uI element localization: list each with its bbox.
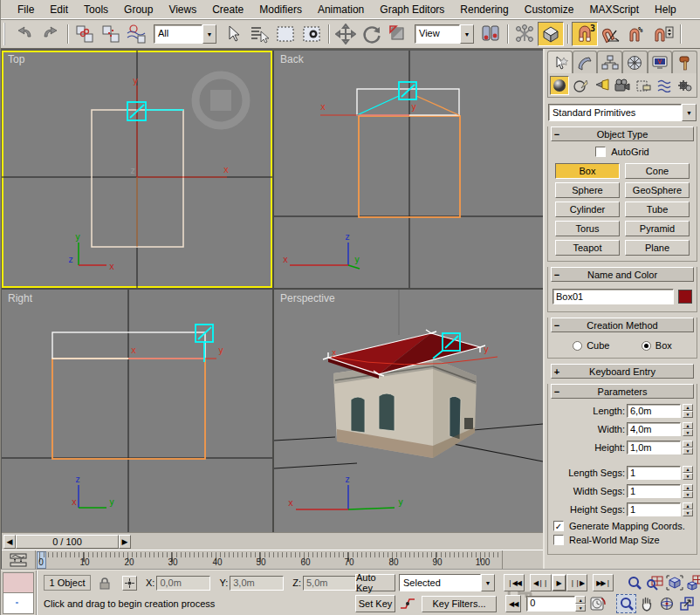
length-segs-spinner[interactable]: ▲▼: [683, 466, 693, 480]
object-type-cone[interactable]: Cone: [625, 163, 690, 179]
z-coordinate-input[interactable]: 5,0m: [303, 576, 357, 591]
menu-modifiers[interactable]: Modifiers: [251, 1, 310, 18]
rollout-parameters-header[interactable]: − Parameters: [551, 384, 694, 399]
viewport-right-label[interactable]: Right: [8, 292, 32, 304]
object-type-sphere[interactable]: Sphere: [555, 182, 620, 198]
default-in-out-icon[interactable]: [399, 596, 416, 612]
object-type-teapot[interactable]: Teapot: [555, 240, 620, 256]
object-type-box[interactable]: Box: [555, 163, 620, 179]
category-systems-icon[interactable]: [676, 76, 695, 95]
frame-spinner[interactable]: ▲▼: [575, 596, 586, 612]
auto-key-button[interactable]: Auto Key: [355, 574, 395, 591]
category-shapes-icon[interactable]: [571, 76, 590, 95]
radio-icon[interactable]: [642, 341, 651, 351]
play-button[interactable]: ▶: [552, 574, 566, 591]
width-segs-spinner[interactable]: ▲▼: [683, 484, 693, 498]
select-object-icon[interactable]: [220, 22, 246, 46]
undo-icon[interactable]: [11, 22, 38, 46]
menu-create[interactable]: Create: [204, 1, 251, 18]
track-bar-mode-icon[interactable]: [9, 553, 31, 567]
object-type-tube[interactable]: Tube: [625, 202, 690, 217]
menu-help[interactable]: Help: [647, 1, 684, 18]
chevron-down-icon[interactable]: ▼: [682, 104, 697, 121]
viewport-back-canvas[interactable]: x y z x y: [274, 51, 543, 288]
tab-motion[interactable]: [622, 51, 648, 73]
rollout-keyboard-entry-header[interactable]: + Keyboard Entry: [551, 364, 694, 379]
menu-rendering[interactable]: Rendering: [452, 1, 516, 18]
viewport-top-label[interactable]: Top: [8, 53, 24, 65]
object-type-cylinder[interactable]: Cylinder: [555, 202, 620, 217]
length-spinner[interactable]: ▲▼: [683, 404, 693, 418]
viewport-back[interactable]: Back x y: [274, 51, 543, 288]
select-and-manipulate-icon[interactable]: [511, 22, 538, 46]
maxscript-mini-listener[interactable]: [3, 572, 34, 614]
viewport-perspective-label[interactable]: Perspective: [280, 292, 335, 304]
chevron-down-icon[interactable]: ▼: [481, 574, 495, 591]
selected-filter-dropdown[interactable]: Selected ▼: [399, 574, 495, 591]
zoom-all-icon[interactable]: [644, 573, 664, 592]
key-mode-toggle-button[interactable]: ◀◀: [505, 595, 521, 612]
next-frame-button[interactable]: ❘❘▶: [566, 574, 588, 591]
real-world-map-size-checkbox[interactable]: [553, 535, 564, 545]
timeline-ruler[interactable]: 0 10 20 30 40 50 60 70 80 90 100: [35, 550, 503, 570]
zoom-icon[interactable]: [624, 573, 644, 592]
window-crossing-icon[interactable]: [299, 22, 325, 46]
time-config-icon[interactable]: [589, 596, 607, 612]
bind-to-spacewarp-icon[interactable]: [124, 22, 150, 46]
percent-snap-icon[interactable]: %: [624, 22, 650, 46]
viewport-top-canvas[interactable]: y x z y x z: [2, 51, 272, 288]
rollout-name-color-header[interactable]: − Name and Color: [551, 267, 694, 282]
object-type-pyramid[interactable]: Pyramid: [625, 221, 690, 236]
tab-modify[interactable]: [573, 51, 598, 73]
height-input[interactable]: 1,0m: [627, 441, 681, 454]
angle-snap-icon[interactable]: [598, 22, 624, 46]
menu-graph-editors[interactable]: Graph Editors: [372, 1, 452, 18]
object-type-geosphere[interactable]: GeoSphere: [625, 182, 690, 198]
select-and-scale-icon[interactable]: [385, 22, 411, 46]
reference-coordsys-dropdown[interactable]: View ▼: [415, 24, 474, 44]
category-dropdown[interactable]: Standard Primitives ▼: [548, 104, 697, 121]
autogrid-checkbox[interactable]: [595, 147, 606, 157]
track-bar[interactable]: 0 10 20 30 40 50 60 70 80 90 100: [2, 550, 543, 569]
length-input[interactable]: 6,0m: [627, 404, 681, 418]
height-segs-input[interactable]: 1: [627, 502, 681, 516]
go-to-start-button[interactable]: ❘◀◀: [504, 574, 525, 591]
viewport-right-canvas[interactable]: x y z x y: [2, 290, 272, 532]
selection-filter-dropdown[interactable]: All ▼: [154, 24, 216, 44]
tab-display[interactable]: [648, 51, 673, 73]
select-and-link-icon[interactable]: [72, 22, 98, 46]
width-spinner[interactable]: ▲▼: [683, 422, 693, 436]
object-name-input[interactable]: Box01: [552, 289, 674, 304]
minmax-toggle-icon[interactable]: [676, 594, 697, 613]
menu-edit[interactable]: Edit: [42, 1, 76, 18]
viewport-perspective[interactable]: Perspective: [274, 290, 543, 532]
menu-maxscript[interactable]: MAXScript: [581, 1, 647, 18]
radio-icon[interactable]: [573, 341, 582, 351]
width-input[interactable]: 4,0m: [627, 422, 681, 436]
listener-script-pane[interactable]: [3, 593, 34, 614]
object-type-torus[interactable]: Torus: [555, 221, 620, 236]
select-by-name-icon[interactable]: [246, 22, 272, 46]
abs-offset-icon[interactable]: [122, 576, 137, 591]
spinner-snap-icon[interactable]: [650, 22, 676, 46]
rollout-creation-method-header[interactable]: − Creation Method: [551, 318, 694, 332]
creation-method-cube[interactable]: Cube: [573, 340, 609, 351]
region-zoom-icon[interactable]: [616, 594, 636, 613]
rectangular-selection-region-icon[interactable]: [272, 22, 299, 46]
snap-toggle-icon[interactable]: 3: [572, 22, 598, 46]
y-coordinate-input[interactable]: 3,0m: [230, 576, 284, 591]
chevron-down-icon[interactable]: ▼: [460, 24, 474, 44]
time-slider-prev-icon[interactable]: ◀: [3, 535, 16, 549]
length-segs-input[interactable]: 1: [627, 466, 681, 480]
tab-utilities[interactable]: [672, 51, 697, 73]
menu-views[interactable]: Views: [161, 1, 204, 18]
category-geometry-icon[interactable]: [550, 76, 569, 95]
unlink-selection-icon[interactable]: [98, 22, 124, 46]
select-and-rotate-icon[interactable]: [359, 22, 385, 46]
use-pivot-center-icon[interactable]: [477, 22, 504, 46]
menu-group[interactable]: Group: [116, 1, 161, 18]
category-cameras-icon[interactable]: [613, 76, 632, 95]
current-frame-input[interactable]: 0: [526, 596, 575, 612]
chevron-down-icon[interactable]: ▼: [202, 24, 216, 44]
menu-customize[interactable]: Customize: [517, 1, 582, 18]
